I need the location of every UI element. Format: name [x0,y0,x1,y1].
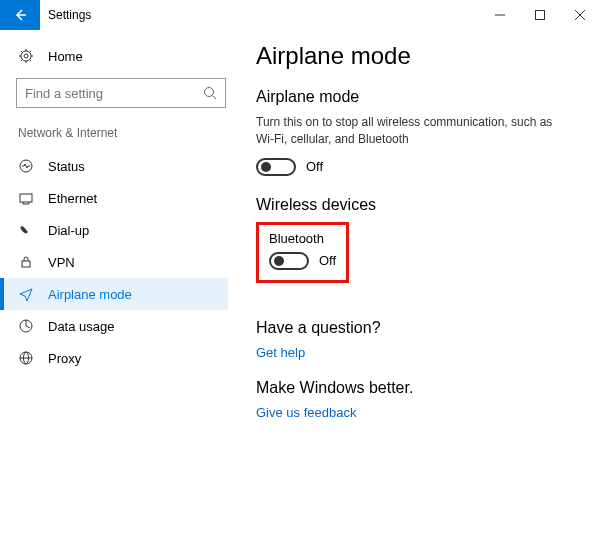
bluetooth-label: Bluetooth [269,231,336,246]
airplane-mode-section: Airplane mode Turn this on to stop all w… [256,88,572,176]
home-button[interactable]: Home [16,42,228,74]
category-label: Network & Internet [18,126,228,140]
gear-icon [18,48,34,64]
page-title: Airplane mode [256,42,572,70]
sidebar: Home Network & Internet Status Ethernet … [0,30,236,537]
bluetooth-highlight: Bluetooth Off [256,222,349,283]
svg-rect-18 [22,261,30,267]
search-input[interactable] [25,86,203,101]
bluetooth-toggle-row: Off [269,252,336,270]
minimize-button[interactable] [480,0,520,30]
sidebar-item-label: Proxy [48,351,81,366]
svg-line-13 [30,51,32,53]
search-icon [203,86,217,100]
svg-line-10 [21,51,23,53]
search-box[interactable] [16,78,226,108]
window-controls [480,0,600,30]
arrow-left-icon [12,7,28,23]
maximize-button[interactable] [520,0,560,30]
svg-line-15 [213,96,217,100]
sidebar-item-label: Data usage [48,319,115,334]
svg-point-14 [205,88,214,97]
home-label: Home [48,49,83,64]
window-title: Settings [40,8,91,22]
feedback-section: Make Windows better. Give us feedback [256,379,572,421]
sidebar-item-label: Ethernet [48,191,97,206]
ethernet-icon [18,190,34,206]
svg-rect-17 [20,194,32,202]
sidebar-item-label: Dial-up [48,223,89,238]
sidebar-item-data-usage[interactable]: Data usage [0,310,228,342]
sidebar-item-airplane-mode[interactable]: Airplane mode [0,278,228,310]
titlebar: Settings [0,0,600,30]
back-button[interactable] [0,0,40,30]
sidebar-item-label: Status [48,159,85,174]
svg-rect-1 [536,11,545,20]
sidebar-item-status[interactable]: Status [0,150,228,182]
maximize-icon [535,10,545,20]
proxy-icon [18,350,34,366]
sidebar-item-vpn[interactable]: VPN [0,246,228,278]
main-content: Airplane mode Airplane mode Turn this on… [236,30,600,537]
wireless-devices-section: Wireless devices Bluetooth Off [256,196,572,301]
data-usage-icon [18,318,34,334]
svg-line-11 [30,60,32,62]
airplane-description: Turn this on to stop all wireless commun… [256,114,572,148]
sidebar-item-dialup[interactable]: Dial-up [0,214,228,246]
airplane-toggle-row: Off [256,158,572,176]
question-section: Have a question? Get help [256,319,572,361]
wireless-heading: Wireless devices [256,196,572,214]
svg-line-12 [21,60,23,62]
airplane-icon [18,286,34,302]
status-icon [18,158,34,174]
question-heading: Have a question? [256,319,572,337]
close-button[interactable] [560,0,600,30]
airplane-toggle[interactable] [256,158,296,176]
get-help-link[interactable]: Get help [256,345,305,360]
feedback-heading: Make Windows better. [256,379,572,397]
bluetooth-toggle-state: Off [319,253,336,268]
sidebar-item-ethernet[interactable]: Ethernet [0,182,228,214]
close-icon [575,10,585,20]
dialup-icon [18,222,34,238]
airplane-heading: Airplane mode [256,88,572,106]
vpn-icon [18,254,34,270]
minimize-icon [495,10,505,20]
bluetooth-toggle[interactable] [269,252,309,270]
feedback-link[interactable]: Give us feedback [256,405,356,420]
svg-point-5 [24,54,28,58]
airplane-toggle-state: Off [306,159,323,174]
sidebar-item-label: Airplane mode [48,287,132,302]
sidebar-item-label: VPN [48,255,75,270]
sidebar-item-proxy[interactable]: Proxy [0,342,228,374]
